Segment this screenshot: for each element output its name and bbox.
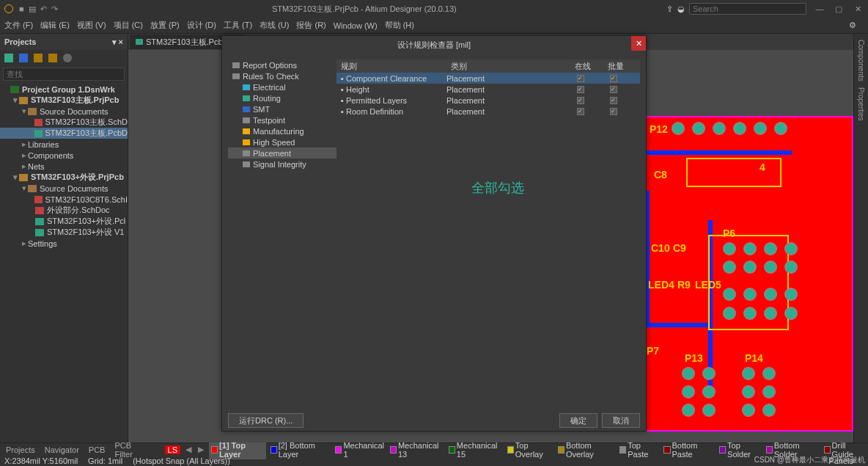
batch-checkbox[interactable]: ✓ bbox=[610, 86, 617, 93]
close-icon[interactable]: ✕ bbox=[852, 4, 864, 14]
layer-tab[interactable]: Bottom Paste bbox=[663, 440, 715, 459]
online-checkbox[interactable]: ✓ bbox=[577, 75, 584, 82]
layer-set[interactable]: LS bbox=[165, 445, 180, 454]
designator: P6 bbox=[723, 227, 735, 239]
rule-category[interactable]: Routing bbox=[228, 92, 336, 103]
layer-tab[interactable]: Bottom Overlay bbox=[558, 440, 615, 459]
layer-tab[interactable]: Mechanical 1 bbox=[335, 440, 386, 459]
projects-panel: Projects ▾ × Project Group 1.DsnWrk▾STM3… bbox=[0, 34, 128, 443]
next-layer-icon[interactable]: ▶ bbox=[196, 445, 205, 454]
tab-projects[interactable]: Projects bbox=[3, 445, 38, 455]
batch-checkbox[interactable]: ✓ bbox=[610, 97, 617, 104]
run-drc-button[interactable]: 运行DRC (R)... bbox=[228, 413, 304, 428]
tree-item[interactable]: ▾STM32F103+外设.PrjPcb bbox=[0, 172, 128, 183]
tree-item[interactable]: ▸Components bbox=[0, 150, 128, 161]
prev-layer-icon[interactable]: ◀ bbox=[184, 445, 193, 454]
rule-row[interactable]: ▪ HeightPlacement✓✓ bbox=[336, 84, 640, 95]
online-checkbox[interactable]: ✓ bbox=[577, 97, 584, 104]
tab-properties[interactable]: Properties bbox=[857, 87, 865, 121]
tree-item[interactable]: STM32F103C8T6.SchI bbox=[0, 194, 128, 205]
dialog-close-icon[interactable]: ✕ bbox=[631, 36, 646, 51]
tree-item[interactable]: ▾Source Documents bbox=[0, 183, 128, 194]
tree-item[interactable]: STM32F103+外设 V1 bbox=[0, 227, 128, 238]
title-bar: ■▤↶↷ STM32F103主板.PrjPcb - Altium Designe… bbox=[0, 0, 868, 18]
user-icon[interactable]: ◒ bbox=[677, 4, 685, 14]
annotation-text: 全部勾选 bbox=[471, 179, 524, 197]
online-checkbox[interactable]: ✓ bbox=[577, 108, 584, 115]
quick-access-toolbar[interactable]: ■▤↶↷ bbox=[19, 4, 62, 14]
rule-category[interactable]: Testpoint bbox=[228, 114, 336, 125]
tab-navigator[interactable]: Navigator bbox=[42, 445, 82, 455]
menu-project[interactable]: 项目 (C) bbox=[114, 20, 143, 31]
dialog-tree[interactable]: Report OptionsRules To CheckElectricalRo… bbox=[228, 59, 336, 404]
share-icon[interactable]: ⇪ bbox=[666, 4, 673, 14]
ok-button[interactable]: 确定 bbox=[559, 413, 597, 428]
layer-tab[interactable]: Mechanical 15 bbox=[449, 440, 503, 459]
col-batch[interactable]: 批量 bbox=[597, 61, 630, 72]
layer-tab[interactable]: Top Overlay bbox=[507, 440, 553, 459]
menu-place[interactable]: 放置 (P) bbox=[150, 20, 180, 31]
designator: 4 bbox=[760, 161, 765, 173]
menu-route[interactable]: 布线 (U) bbox=[260, 20, 289, 31]
status-snap: (Hotspot Snap (All Layers)) bbox=[133, 456, 230, 465]
tree-item[interactable]: ▸Settings bbox=[0, 238, 128, 249]
menu-view[interactable]: 视图 (V) bbox=[77, 20, 106, 31]
bottom-tabs[interactable]: Projects Navigator PCB PCB Filter LS ◀ ▶… bbox=[0, 443, 868, 456]
tree-item[interactable]: ▸Nets bbox=[0, 161, 128, 172]
menu-tools[interactable]: 工具 (T) bbox=[224, 20, 252, 31]
rule-category[interactable]: SMT bbox=[228, 103, 336, 114]
projects-toolbar[interactable] bbox=[0, 50, 128, 66]
settings-icon[interactable]: ⚙ bbox=[849, 21, 856, 30]
tree-item[interactable]: ▾Source Documents bbox=[0, 106, 128, 117]
rule-category[interactable]: Electrical bbox=[228, 81, 336, 92]
tree-item[interactable]: ▾STM32F103主板.PrjPcb bbox=[0, 95, 128, 106]
designator: P12 bbox=[650, 123, 668, 135]
tree-item[interactable]: ▸Libraries bbox=[0, 139, 128, 150]
menu-design[interactable]: 设计 (D) bbox=[187, 20, 216, 31]
rule-category[interactable]: High Speed bbox=[228, 136, 336, 148]
col-category[interactable]: 类别 bbox=[446, 61, 564, 72]
menu-bar[interactable]: 文件 (F) 编辑 (E) 视图 (V) 项目 (C) 放置 (P) 设计 (D… bbox=[0, 18, 868, 34]
minimize-icon[interactable]: — bbox=[814, 4, 825, 13]
tree-item[interactable]: STM32F103主板.PcbD bbox=[0, 128, 128, 139]
layer-tab[interactable]: Mechanical 13 bbox=[390, 440, 444, 459]
designator: P7 bbox=[647, 345, 659, 357]
cancel-button[interactable]: 取消 bbox=[602, 413, 640, 428]
rule-row[interactable]: ▪ Room DefinitionPlacement✓✓ bbox=[336, 106, 640, 117]
designator: C10 bbox=[651, 242, 670, 254]
col-online[interactable]: 在线 bbox=[564, 61, 597, 72]
tree-item[interactable]: 外设部分.SchDoc bbox=[0, 205, 128, 216]
rule-row[interactable]: ▪ Permitted LayersPlacement✓✓ bbox=[336, 95, 640, 106]
batch-checkbox[interactable]: ✓ bbox=[610, 108, 617, 115]
menu-file[interactable]: 文件 (F) bbox=[4, 20, 33, 31]
online-checkbox[interactable]: ✓ bbox=[577, 86, 584, 93]
tab-components[interactable]: Components bbox=[857, 40, 865, 81]
rule-category[interactable]: Placement bbox=[228, 148, 336, 159]
tree-item[interactable]: STM32F103主板.SchD bbox=[0, 117, 128, 128]
status-xy: X:2384mil Y:5160mil bbox=[4, 456, 78, 465]
layer-tab[interactable]: [2] Bottom Layer bbox=[271, 440, 331, 459]
tree-item[interactable]: STM32F103+外设.Pcl bbox=[0, 216, 128, 227]
menu-help[interactable]: 帮助 (H) bbox=[385, 20, 414, 31]
project-tree[interactable]: Project Group 1.DsnWrk▾STM32F103主板.PrjPc… bbox=[0, 82, 128, 443]
tab-pcb[interactable]: PCB bbox=[86, 445, 108, 455]
panel-title: Projects bbox=[4, 37, 36, 46]
panel-pin-icon[interactable]: ▾ × bbox=[112, 37, 123, 47]
layer-tab[interactable]: Top Paste bbox=[619, 440, 659, 459]
rule-category[interactable]: Report Options bbox=[228, 59, 336, 70]
rule-category[interactable]: Signal Integrity bbox=[228, 159, 336, 170]
rule-category[interactable]: Rules To Check bbox=[228, 70, 336, 81]
rule-row[interactable]: ▪ Component ClearancePlacement✓✓ bbox=[336, 73, 640, 84]
maximize-icon[interactable]: ▢ bbox=[833, 4, 845, 14]
batch-checkbox[interactable]: ✓ bbox=[610, 75, 617, 82]
search-input[interactable] bbox=[689, 3, 806, 15]
col-rule[interactable]: 规则 bbox=[336, 61, 446, 72]
menu-edit[interactable]: 编辑 (E) bbox=[40, 20, 70, 31]
menu-reports[interactable]: 报告 (R) bbox=[296, 20, 326, 31]
tree-item[interactable]: Project Group 1.DsnWrk bbox=[0, 84, 128, 95]
right-dock[interactable]: Components Properties bbox=[853, 34, 868, 443]
rule-category[interactable]: Manufacturing bbox=[228, 125, 336, 136]
projects-search[interactable] bbox=[3, 68, 125, 81]
designator: LED5 bbox=[695, 279, 721, 291]
menu-window[interactable]: Window (W) bbox=[334, 21, 378, 30]
